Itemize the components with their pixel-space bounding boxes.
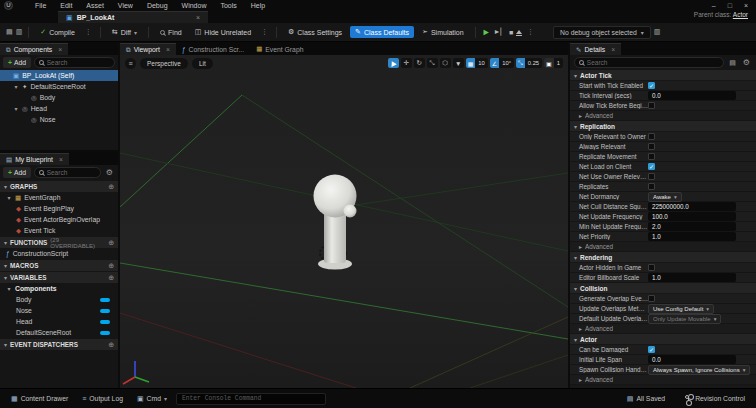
cmd-dropdown[interactable]: ▣ Cmd ▾ — [132, 393, 172, 405]
value-dropdown[interactable]: Awake▾ — [648, 192, 682, 202]
close-button[interactable]: × — [744, 2, 748, 9]
components-search[interactable] — [34, 57, 115, 68]
camera-speed-control[interactable]: ▣ 1 — [544, 58, 563, 68]
section-header-graphs[interactable]: ▾GRAPHS⊕ — [0, 181, 118, 192]
frame-skip-icon[interactable]: ►▏ — [494, 28, 506, 36]
tab-details[interactable]: ✎ Details × — [570, 43, 621, 55]
viewport-scene[interactable]: ≡ Perspective Lit ✛ ↻ ⤡ ⬡ ▼ ▦ 10 — [120, 55, 568, 388]
play-options-icon[interactable]: ⋮ — [525, 28, 536, 36]
section-header-variables[interactable]: ▾VARIABLES⊕ — [0, 272, 118, 283]
blueprint-item[interactable]: ◆Event Tick — [0, 225, 118, 236]
close-tab-icon[interactable]: × — [196, 14, 200, 21]
value-input[interactable]: 2.0 — [648, 222, 736, 231]
tab-event-graph[interactable]: ▦Event Graph — [250, 43, 309, 55]
tab-components[interactable]: ⧉ Components × — [0, 43, 68, 55]
advanced-row[interactable]: ▸Advanced — [570, 324, 756, 334]
menu-window[interactable]: Window — [182, 2, 207, 9]
world-space-icon[interactable]: ⬡ — [440, 58, 451, 68]
checkbox[interactable] — [648, 264, 655, 271]
parent-class-link[interactable]: Actor — [733, 11, 748, 18]
console-command-input[interactable] — [182, 395, 320, 402]
simulation-button[interactable]: ➣ Simulation — [417, 26, 469, 38]
menu-view[interactable]: View — [118, 2, 133, 9]
variable-type-pill[interactable] — [100, 298, 110, 302]
checkbox[interactable] — [648, 173, 655, 180]
value-dropdown[interactable]: Only Update Movable▾ — [648, 314, 721, 324]
add-blueprint-item-button[interactable]: +Add — [3, 167, 31, 178]
panel-options-icon[interactable]: ▤ — [727, 59, 738, 67]
component-node[interactable]: ▣BP_LookAt (Self) — [0, 70, 118, 81]
checkbox[interactable] — [648, 183, 655, 190]
checkbox[interactable] — [648, 102, 655, 109]
move-tool-icon[interactable]: ✛ — [401, 58, 412, 68]
variable-type-pill[interactable] — [100, 309, 110, 313]
menu-file[interactable]: File — [35, 2, 46, 9]
menu-edit[interactable]: Edit — [60, 2, 72, 9]
checkbox[interactable] — [648, 153, 655, 160]
find-button[interactable]: Find — [155, 27, 187, 38]
menu-tools[interactable]: Tools — [220, 2, 236, 9]
value-dropdown[interactable]: Always Spawn, Ignore Collisions▾ — [648, 365, 750, 375]
variable-type-pill[interactable] — [100, 331, 110, 335]
select-tool-icon[interactable] — [388, 58, 399, 68]
diff-button[interactable]: ⇆ Diff ▾ — [107, 26, 142, 38]
value-input[interactable]: 225000000.0 — [648, 202, 736, 211]
checkbox[interactable]: ✓ — [648, 82, 655, 89]
class-defaults-button[interactable]: ✎ Class Defaults — [350, 26, 414, 38]
variable-type-pill[interactable] — [100, 320, 110, 324]
close-icon[interactable]: × — [58, 46, 62, 53]
component-node[interactable]: ◎Nose — [0, 114, 118, 125]
minimize-button[interactable]: – — [712, 2, 716, 9]
value-input[interactable]: 0.0 — [648, 91, 736, 100]
blueprint-item[interactable]: ◆Event ActorBeginOverlap — [0, 214, 118, 225]
scale-tool-icon[interactable]: ⤡ — [427, 58, 438, 68]
details-search[interactable] — [574, 57, 724, 68]
menu-debug[interactable]: Debug — [147, 2, 168, 9]
hide-unrelated-options-icon[interactable]: ⋮ — [259, 28, 270, 36]
compile-button[interactable]: ✓ Compile — [35, 26, 80, 38]
grid-snap-toggle[interactable]: ▦ 10 — [466, 58, 488, 68]
blueprint-item[interactable]: ◆Event BeginPlay — [0, 203, 118, 214]
asset-tab-bp-lookat[interactable]: ▣ BP_LookAt × — [58, 11, 208, 23]
blueprint-item[interactable]: ▾Components — [0, 283, 118, 294]
rotate-tool-icon[interactable]: ↻ — [414, 58, 425, 68]
content-drawer-button[interactable]: ▦ Content Drawer — [6, 393, 73, 405]
my-blueprint-search[interactable] — [34, 167, 101, 178]
tab-my-blueprint[interactable]: ▤ My Blueprint × — [0, 153, 69, 165]
details-section-replication[interactable]: ▾Replication — [570, 121, 756, 132]
my-blueprint-search-input[interactable] — [47, 169, 96, 176]
details-section-actor-tick[interactable]: ▾Actor Tick — [570, 70, 756, 81]
debug-browse-icon[interactable]: ▥ — [654, 28, 661, 36]
stop-icon[interactable]: ■ — [509, 29, 513, 36]
add-item-icon[interactable]: ⊕ — [108, 239, 114, 247]
blueprint-item[interactable]: DefaultSceneRoot — [0, 327, 118, 338]
browse-icon[interactable]: ▥ — [16, 28, 23, 36]
value-input[interactable]: 0.0 — [648, 355, 736, 364]
components-search-input[interactable] — [47, 59, 110, 66]
checkbox[interactable]: ✓ — [648, 346, 655, 353]
surface-snap-icon[interactable]: ▼ — [453, 58, 464, 68]
checkbox[interactable] — [648, 133, 655, 140]
scale-snap-toggle[interactable]: ⤡ 0.25 — [516, 58, 542, 68]
section-header-macros[interactable]: ▾MACROS⊕ — [0, 260, 118, 271]
add-item-icon[interactable]: ⊕ — [108, 341, 114, 349]
checkbox[interactable] — [648, 295, 655, 302]
add-component-button[interactable]: +Add — [3, 57, 31, 68]
maximize-button[interactable]: □ — [728, 2, 732, 9]
value-input[interactable]: 1.0 — [648, 232, 736, 241]
value-dropdown[interactable]: Use Config Default▾ — [648, 304, 714, 314]
output-log-button[interactable]: ≡ Output Log — [77, 393, 128, 404]
blueprint-item[interactable]: Nose — [0, 305, 118, 316]
hide-unrelated-button[interactable]: ◫ Hide Unrelated — [190, 26, 256, 38]
menu-help[interactable]: Help — [251, 2, 265, 9]
menu-asset[interactable]: Asset — [86, 2, 104, 9]
class-settings-button[interactable]: ⚙ Class Settings — [283, 26, 347, 38]
gear-icon[interactable]: ⚙ — [741, 58, 752, 67]
details-section-rendering[interactable]: ▾Rendering — [570, 252, 756, 263]
tab-viewport[interactable]: ⧉Viewport× — [120, 43, 176, 55]
play-button[interactable]: ► — [482, 27, 491, 37]
blueprint-item[interactable]: ▾▦EventGraph — [0, 192, 118, 203]
debug-object-dropdown[interactable]: No debug object selected ▾ — [553, 26, 651, 39]
details-section-collision[interactable]: ▾Collision — [570, 283, 756, 294]
perspective-button[interactable]: Perspective — [140, 58, 188, 69]
